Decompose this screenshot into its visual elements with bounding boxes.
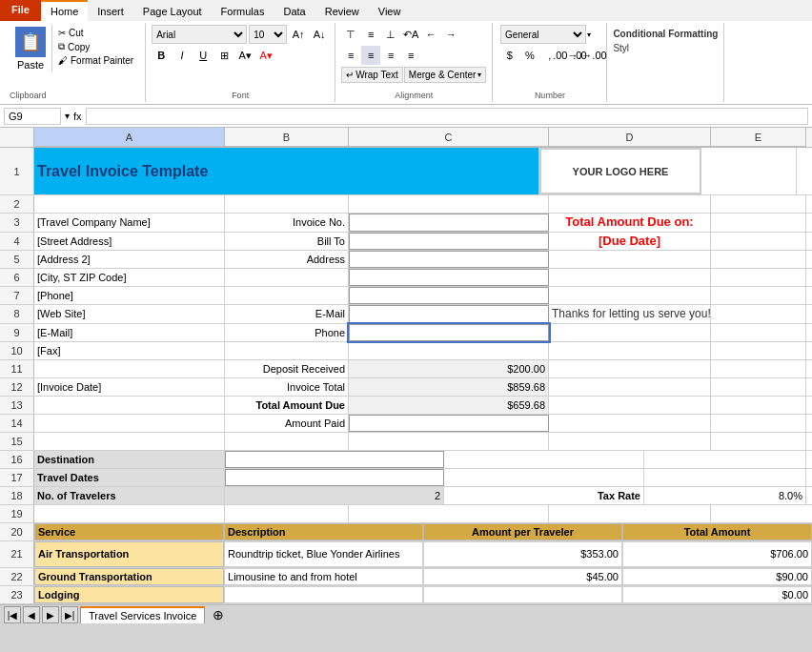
font-size-select[interactable]: 10	[249, 25, 287, 44]
row-num-21[interactable]: 21	[0, 541, 34, 567]
copy-button[interactable]: ⧉ Copy	[56, 40, 135, 53]
increase-font-button[interactable]: A↑	[289, 25, 308, 44]
row-num-10[interactable]: 10	[0, 342, 34, 359]
cell-4e	[711, 233, 806, 250]
row-num-9[interactable]: 9	[0, 324, 34, 341]
bold-button[interactable]: B	[152, 46, 171, 65]
tab-page-layout[interactable]: Page Layout	[133, 0, 212, 21]
total-amount-due-value-cell: $659.68	[349, 397, 549, 414]
tab-insert[interactable]: Insert	[88, 0, 133, 21]
cut-button[interactable]: ✂ Cut	[56, 27, 135, 39]
destination-input[interactable]	[225, 451, 444, 468]
phone-input[interactable]	[349, 324, 549, 341]
col-header-e[interactable]: E	[711, 128, 806, 147]
cell-19c	[349, 505, 549, 522]
tab-review[interactable]: Review	[315, 0, 369, 21]
row-num-12[interactable]: 12	[0, 378, 34, 396]
cell-reference-input[interactable]	[4, 108, 61, 125]
col-header-d[interactable]: D	[549, 128, 711, 147]
indent-increase-button[interactable]: →	[441, 25, 460, 44]
row-num-22[interactable]: 22	[0, 568, 34, 585]
row-num-11[interactable]: 11	[0, 360, 34, 377]
row-num-2[interactable]: 2	[0, 195, 34, 213]
travel-dates-input[interactable]	[225, 469, 444, 486]
indent-decrease-button[interactable]: ←	[421, 25, 440, 44]
nav-first-button[interactable]: |◀	[4, 606, 21, 623]
logo-cell: YOUR LOGO HERE	[539, 148, 701, 194]
row-num-13[interactable]: 13	[0, 397, 34, 414]
email-input[interactable]	[349, 305, 549, 323]
row-num-23[interactable]: 23	[0, 586, 34, 603]
decrease-font-button[interactable]: A↓	[310, 25, 329, 44]
add-sheet-btn[interactable]: ⊕	[213, 607, 224, 622]
address-input[interactable]	[349, 251, 549, 268]
percent-button[interactable]: %	[520, 46, 539, 65]
row-num-1[interactable]: 1	[0, 148, 34, 194]
col-header-b[interactable]: B	[225, 128, 349, 147]
col-header-a[interactable]: A	[34, 128, 225, 147]
cell-9e	[711, 324, 806, 341]
row-num-3[interactable]: 3	[0, 214, 34, 232]
row-num-16[interactable]: 16	[0, 451, 34, 468]
align-left-button[interactable]: ≡	[341, 46, 360, 65]
row-num-17[interactable]: 17	[0, 469, 34, 486]
underline-button[interactable]: U	[193, 46, 213, 65]
cell-15e	[711, 433, 806, 450]
sheet-tab-travel[interactable]: Travel Services Invoice	[80, 606, 205, 623]
bill-to-input[interactable]	[349, 233, 549, 250]
row-num-5[interactable]: 5	[0, 251, 34, 268]
text-direction-button[interactable]: ↶A	[401, 25, 420, 44]
increase-decimal-button[interactable]: .0→.00	[580, 46, 599, 65]
nav-next-button[interactable]: ▶	[42, 606, 59, 623]
ribbon-content: 📋 Paste ✂ Cut ⧉ Copy 🖌 Format Painter	[0, 21, 812, 105]
align-justify-button[interactable]: ≡	[401, 46, 420, 65]
format-painter-button[interactable]: 🖌 Format Painter	[56, 54, 135, 67]
city-state-input[interactable]	[349, 287, 549, 304]
row-22: 22 Ground Transportation Limousine to an…	[0, 568, 812, 586]
align-center-button[interactable]: ≡	[361, 46, 380, 65]
tab-data[interactable]: Data	[274, 0, 315, 21]
paste-button[interactable]: 📋 Paste	[10, 25, 52, 72]
row-num-4[interactable]: 4	[0, 233, 34, 250]
row-num-15[interactable]: 15	[0, 433, 34, 450]
align-right-button[interactable]: ≡	[381, 46, 400, 65]
tab-formulas[interactable]: Formulas	[212, 0, 274, 21]
invoice-date-cell: [Invoice Date]	[34, 378, 225, 396]
service-row-3-name: Lodging	[34, 586, 224, 603]
invoice-no-input[interactable]	[349, 214, 549, 232]
col-header-c[interactable]: C	[349, 128, 549, 147]
row-num-8[interactable]: 8	[0, 305, 34, 323]
align-top-button[interactable]: ⊤	[341, 25, 360, 44]
nav-prev-button[interactable]: ◀	[23, 606, 40, 623]
tab-file[interactable]: File	[0, 0, 41, 21]
merge-dropdown-icon: ▾	[477, 71, 481, 79]
ribbon-tabs: File Home Insert Page Layout Formulas Da…	[0, 0, 812, 21]
merge-center-button[interactable]: Merge & Center ▾	[404, 67, 487, 83]
italic-button[interactable]: I	[173, 46, 192, 65]
row-num-7[interactable]: 7	[0, 287, 34, 304]
row-num-19[interactable]: 19	[0, 505, 34, 522]
font-color-button[interactable]: A▾	[256, 46, 275, 65]
cell-2d	[549, 195, 711, 213]
address2-input[interactable]	[349, 269, 549, 286]
row-num-20[interactable]: 20	[0, 523, 34, 540]
row-num-18[interactable]: 18	[0, 487, 34, 504]
align-bottom-button[interactable]: ⊥	[381, 25, 400, 44]
row-num-6[interactable]: 6	[0, 269, 34, 286]
dollar-button[interactable]: $	[500, 46, 519, 65]
cell-19a	[34, 505, 225, 522]
number-format-select[interactable]: General	[500, 25, 586, 44]
tab-view[interactable]: View	[369, 0, 411, 21]
nav-last-button[interactable]: ▶|	[61, 606, 78, 623]
wrap-text-button[interactable]: ↵ Wrap Text	[341, 67, 403, 83]
tab-home[interactable]: Home	[41, 0, 88, 21]
formula-input[interactable]	[86, 108, 808, 125]
font-controls: Arial 10 A↑ A↓ B I U ⊞ A▾ A▾	[152, 25, 329, 65]
amount-paid-input[interactable]	[349, 415, 549, 432]
align-middle-button[interactable]: ≡	[361, 25, 380, 44]
row-num-14[interactable]: 14	[0, 415, 34, 432]
font-family-select[interactable]: Arial	[152, 25, 247, 44]
cell-7e	[711, 287, 806, 304]
border-button[interactable]: ⊞	[214, 46, 233, 65]
fill-color-button[interactable]: A▾	[235, 46, 254, 65]
